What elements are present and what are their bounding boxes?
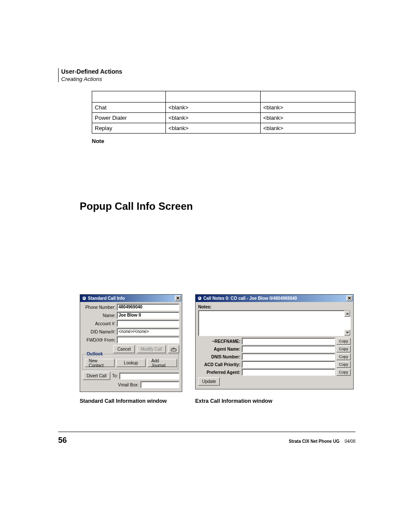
table-header-row	[92, 91, 355, 103]
screenshots-row: Standard Call Info Phone Number: 4804969…	[80, 294, 355, 392]
account-field[interactable]	[117, 320, 179, 327]
fwd-label: FWD/Xfr From:	[83, 338, 115, 342]
copy-button[interactable]: Copy	[336, 353, 351, 360]
notes-textarea[interactable]	[198, 310, 351, 336]
table-header-cell	[92, 91, 166, 103]
dial-icon-button[interactable]	[168, 345, 179, 353]
table-header-cell	[261, 91, 355, 103]
to-field[interactable]	[119, 373, 179, 380]
section-subtitle: Creating Actions	[61, 76, 355, 82]
svg-point-2	[198, 296, 202, 300]
dnis-number-label: DNIS Number:	[198, 355, 240, 359]
footer-rule	[58, 432, 355, 432]
preferred-agent-label: Preferred Agent:	[198, 370, 240, 375]
add-journal-button[interactable]: Add Journal	[147, 359, 177, 367]
actions-table: Chat <blank> <blank> Power Dialer <blank…	[92, 91, 355, 134]
captions-row: Standard Call Information window Extra C…	[80, 392, 355, 404]
recfname-field[interactable]	[242, 338, 335, 345]
table-cell: <blank>	[166, 123, 261, 134]
agent-name-label: Agent Name:	[198, 347, 240, 352]
table-cell: <blank>	[166, 113, 261, 123]
lookup-button[interactable]: Lookup	[116, 359, 146, 367]
update-button[interactable]: Update	[198, 377, 220, 386]
cancel-button[interactable]: Cancel	[113, 345, 134, 353]
new-contact-button[interactable]: New Contact	[85, 359, 115, 367]
section-title: User-Defined Actions	[61, 68, 355, 75]
fwd-field[interactable]	[117, 336, 179, 343]
table-cell: <blank>	[261, 103, 355, 113]
scroll-up-button[interactable]	[344, 311, 350, 317]
table-row: Chat <blank> <blank>	[92, 103, 355, 113]
copy-button[interactable]: Copy	[336, 338, 351, 345]
note-label: Note	[92, 138, 355, 144]
copy-button[interactable]: Copy	[336, 361, 351, 368]
running-header: User-Defined Actions Creating Actions	[58, 68, 355, 82]
page-content: User-Defined Actions Creating Actions Ch…	[58, 68, 355, 404]
svg-rect-1	[171, 349, 176, 351]
table-row: Replay <blank> <blank>	[92, 123, 355, 134]
close-icon	[348, 297, 351, 300]
titlebar: Call Notes 0: CO call - Joe Blow II/4804…	[196, 295, 353, 302]
table-cell: <blank>	[261, 123, 355, 134]
table-cell: Replay	[92, 123, 166, 134]
dnis-number-field[interactable]	[242, 353, 335, 360]
copy-button[interactable]: Copy	[336, 345, 351, 352]
name-field[interactable]: Joe Blow II	[117, 312, 179, 319]
preferred-agent-field[interactable]	[242, 369, 335, 376]
close-button[interactable]	[346, 296, 352, 301]
outlook-group: Outlook New Contact Lookup Add Journal	[83, 354, 179, 370]
notes-label: Notes:	[198, 305, 351, 309]
chevron-down-icon	[346, 332, 349, 333]
did-label: DID Name/#:	[83, 330, 115, 334]
window-body: Phone Number: 4804969040 Name: Joe Blow …	[80, 302, 182, 392]
app-icon	[197, 296, 202, 301]
titlebar: Standard Call Info	[80, 295, 182, 302]
caption-standard: Standard Call Information window	[80, 398, 182, 404]
table-cell: Power Dialer	[92, 113, 166, 123]
name-label: Name:	[83, 313, 115, 318]
phone-number-field[interactable]: 4804969040	[117, 304, 179, 311]
modify-call-button[interactable]: Modify Call	[137, 345, 166, 353]
vmail-field[interactable]	[140, 381, 179, 388]
close-button[interactable]	[175, 296, 181, 301]
actions-table-wrap: Chat <blank> <blank> Power Dialer <blank…	[92, 91, 355, 134]
acd-priority-label: ACD Call Priority:	[198, 362, 240, 367]
call-notes-window: Call Notes 0: CO call - Joe Blow II/4804…	[195, 294, 354, 389]
svg-point-0	[82, 296, 86, 300]
window-title: Call Notes 0: CO call - Joe Blow II/4804…	[203, 296, 297, 301]
chevron-up-icon	[346, 313, 349, 314]
to-label: To:	[112, 373, 118, 378]
close-icon	[176, 297, 180, 300]
window-title: Standard Call Info	[88, 296, 125, 301]
footer-doc-title: Strata CIX Net Phone UG	[289, 439, 339, 444]
vmail-label: Vmail Box:	[118, 383, 139, 387]
agent-name-field[interactable]	[242, 345, 335, 352]
phone-number-label: Phone Number:	[83, 305, 115, 310]
table-cell: <blank>	[166, 103, 261, 113]
scroll-down-button[interactable]	[344, 330, 350, 336]
divert-call-button[interactable]: Divert Call	[83, 372, 110, 380]
table-row: Power Dialer <blank> <blank>	[92, 113, 355, 123]
table-cell: <blank>	[261, 113, 355, 123]
window-body: Notes: ~RECFNAME: Copy Agent Name:	[196, 302, 353, 389]
acd-priority-field[interactable]	[242, 361, 335, 368]
page-footer: 56 Strata CIX Net Phone UG 04/08	[58, 436, 355, 445]
standard-call-info-window: Standard Call Info Phone Number: 4804969…	[80, 294, 182, 392]
copy-button[interactable]: Copy	[336, 369, 351, 376]
outlook-legend: Outlook	[86, 352, 104, 356]
recfname-label: ~RECFNAME:	[198, 339, 240, 344]
page-number: 56	[58, 436, 67, 445]
table-cell: Chat	[92, 103, 166, 113]
footer-date: 04/08	[345, 439, 355, 444]
account-label: Account #:	[83, 321, 115, 326]
phone-icon	[171, 347, 177, 352]
table-header-cell	[166, 91, 261, 103]
page-heading: Popup Call Info Screen	[80, 200, 355, 212]
app-icon	[81, 296, 87, 301]
did-field[interactable]: <none>/<none>	[117, 328, 179, 335]
caption-extra: Extra Call Information window	[195, 398, 354, 404]
